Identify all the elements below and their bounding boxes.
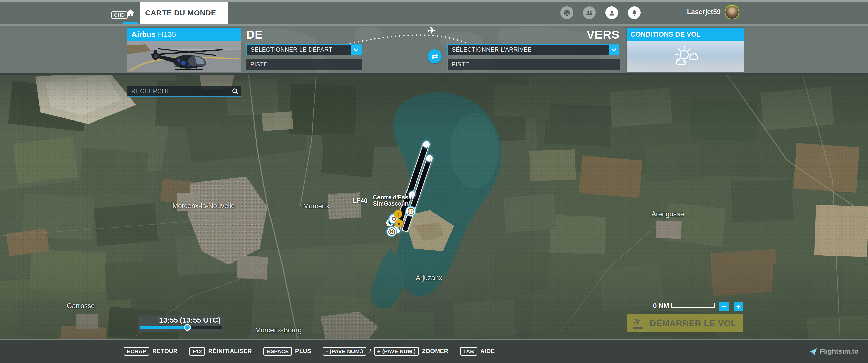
swap-arrows-icon: ⇄ xyxy=(432,52,438,61)
shortcut-more: ESPACE PLUS xyxy=(264,347,311,356)
shortcut-help: TAB AIDE xyxy=(460,347,495,356)
friends-button[interactable] xyxy=(583,6,596,19)
aircraft-brand: Airbus xyxy=(131,30,155,39)
friends-icon xyxy=(586,9,593,16)
keycap-numpad-minus: - (PAVE NUM.) xyxy=(323,347,366,356)
profile-button[interactable] xyxy=(605,6,618,19)
time-slider-knob[interactable] xyxy=(184,324,191,331)
flight-conditions-card[interactable]: CONDITIONS DE VOL xyxy=(626,28,744,72)
start-flight-label: DÉMARRER LE VOL xyxy=(650,318,737,328)
avatar[interactable] xyxy=(725,5,739,20)
sun-clouds-icon xyxy=(670,44,701,70)
keycap-numpad-plus: + (PAVE NUM.) xyxy=(374,347,419,356)
town-label: Arengosse xyxy=(651,210,684,218)
airport-name: Centre d'Essai SimGascoun xyxy=(373,194,413,207)
zoom-in-button[interactable]: + xyxy=(734,302,743,311)
airport-label[interactable]: LF40 Centre d'Essai SimGascoun xyxy=(353,194,413,207)
top-bar: GHD CARTE DU MONDE xyxy=(0,0,868,24)
town-label: Morcenx-la-Nouvelle xyxy=(172,202,235,210)
tab-label: CARTE DU MONDE xyxy=(145,8,216,17)
time-panel: 13:55 (13:55 UTC) xyxy=(138,315,224,332)
topbar-icon-group xyxy=(560,6,641,19)
airport-code: LF40 xyxy=(353,197,367,204)
helipad-marker[interactable]: H xyxy=(405,206,416,217)
town-label: Morcenx-Bourg xyxy=(255,326,302,334)
user-area: Laserjet59 xyxy=(687,0,739,24)
time-slider[interactable] xyxy=(140,326,221,329)
from-select-placeholder: SÉLECTIONNER LE DÉPART xyxy=(247,46,351,53)
watermark: Flightsim.to xyxy=(809,339,859,363)
world-map-screen: GHD CARTE DU MONDE xyxy=(0,0,868,363)
aircraft-model: H135 xyxy=(158,30,176,39)
runway-end-marker[interactable] xyxy=(426,155,433,162)
town-label: Garrosse xyxy=(67,302,95,310)
start-flight-button[interactable]: ✈ DÉMARRER LE VOL xyxy=(626,315,743,332)
keycap-f12: F12 xyxy=(189,347,206,356)
helipad-marker[interactable]: H xyxy=(386,226,397,237)
airport-label-divider xyxy=(370,194,370,207)
from-title: DE xyxy=(246,28,263,41)
map-scale-bracket xyxy=(672,303,715,308)
from-select[interactable]: SÉLECTIONNER LE DÉPART xyxy=(246,44,362,55)
helipad-icon: H xyxy=(407,208,414,215)
to-runway-placeholder: PISTE xyxy=(452,61,469,68)
home-icon xyxy=(126,9,135,16)
time-display: 13:55 (13:55 UTC) xyxy=(159,316,220,324)
keycap-echap: ECHAP xyxy=(124,347,149,356)
plus-icon: + xyxy=(736,303,741,310)
favorite-marker[interactable]: ★ xyxy=(395,219,403,228)
exclamation-icon: ! xyxy=(397,211,399,217)
username: Laserjet59 xyxy=(687,8,721,16)
notifications-button[interactable] xyxy=(628,6,641,19)
satellite-map[interactable]: H H ! ★ LF40 Centre d'Essai xyxy=(0,75,868,339)
home-tab-active-underline xyxy=(123,22,137,24)
to-select-placeholder: SÉLECTIONNER L’ARRIVÉE xyxy=(448,46,609,53)
keycap-espace: ESPACE xyxy=(264,347,292,356)
time-slider-fill xyxy=(140,326,187,329)
shortcut-back: ECHAP RETOUR xyxy=(124,347,178,356)
helipad-icon: H xyxy=(388,228,395,235)
star-icon: ★ xyxy=(397,221,401,226)
flight-planner-band: ✈ Airbus H135 xyxy=(0,26,868,73)
vr-status-button[interactable] xyxy=(560,6,573,19)
person-icon xyxy=(608,9,615,16)
home-tab[interactable] xyxy=(123,1,137,24)
bar-separator xyxy=(0,24,868,26)
flight-conditions-title: CONDITIONS DE VOL xyxy=(626,28,744,41)
alert-marker[interactable]: ! xyxy=(394,210,402,218)
town-label: Arjuzanx xyxy=(415,274,442,282)
aircraft-card[interactable]: Airbus H135 xyxy=(127,28,241,73)
minus-icon: − xyxy=(722,303,726,310)
from-runway-field[interactable]: PISTE xyxy=(246,59,362,70)
shortcut-list: ECHAP RETOUR F12 RÉINITIALISER ESPACE PL… xyxy=(124,347,495,356)
to-select[interactable]: SÉLECTIONNER L’ARRIVÉE xyxy=(447,44,619,55)
tab-carte-du-monde[interactable]: CARTE DU MONDE xyxy=(140,1,228,24)
map-scale-label: 0 NM xyxy=(646,302,669,310)
aircraft-photo xyxy=(127,41,241,72)
search-input[interactable] xyxy=(127,86,241,97)
chevron-down-icon[interactable] xyxy=(609,45,619,55)
to-title: VERS xyxy=(587,28,619,41)
to-runway-field[interactable]: PISTE xyxy=(447,59,620,70)
weather-preview xyxy=(626,41,744,72)
chevron-down-icon[interactable] xyxy=(351,45,361,55)
search-icon xyxy=(231,88,239,95)
zoom-out-button[interactable]: − xyxy=(719,302,729,311)
swap-departure-arrival-button[interactable]: ⇄ xyxy=(428,50,441,63)
takeoff-icon: ✈ xyxy=(632,317,645,330)
paper-plane-icon xyxy=(809,348,817,356)
shortcut-zoom: - (PAVE NUM.) / + (PAVE NUM.) ZOOMER xyxy=(323,347,448,356)
radar-icon xyxy=(563,9,570,16)
shortcut-bar: ECHAP RETOUR F12 RÉINITIALISER ESPACE PL… xyxy=(0,339,868,363)
from-runway-placeholder: PISTE xyxy=(250,61,268,68)
terrain-layer xyxy=(0,75,868,339)
town-label: Morcenx xyxy=(303,202,329,210)
flightpath-plane-icon: ✈ xyxy=(427,26,436,37)
aircraft-title-bar: Airbus H135 xyxy=(127,28,241,41)
runway-end-marker[interactable] xyxy=(423,141,430,148)
keycap-tab: TAB xyxy=(460,347,477,356)
map-search xyxy=(127,86,241,97)
shortcut-reset: F12 RÉINITIALISER xyxy=(189,347,252,356)
bell-icon xyxy=(631,9,638,16)
